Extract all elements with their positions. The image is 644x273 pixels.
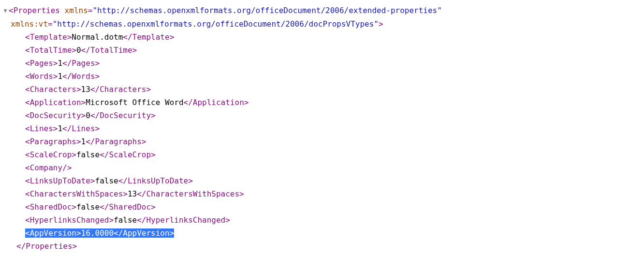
xml-element[interactable]: <AppVersion>16.0000</AppVersion> [2,227,644,240]
xml-children: <Template>Normal.dotm</Template><TotalTi… [2,30,644,240]
xml-element[interactable]: <Words>1</Words> [2,70,644,83]
tag-open: <CharactersWithSpaces> [25,189,128,198]
tag-close: </SharedDoc> [100,202,156,212]
xml-element[interactable]: <HyperlinksChanged>false</HyperlinksChan… [2,213,644,227]
tag-open: <ScaleCrop> [25,150,76,159]
tag-open: <SharedDoc> [25,202,76,212]
xml-element[interactable]: <ScaleCrop>false</ScaleCrop> [2,148,644,161]
xml-element[interactable]: <LinksUpToDate>false</LinksUpToDate> [2,174,644,187]
tag-open: <Words> [25,72,58,81]
tag-close: </HyperlinksChanged> [137,215,230,225]
tag-name: Properties [14,6,60,15]
xml-root-open[interactable]: ▼<Properties xmlns="http://schemas.openx… [2,4,644,17]
tag-close: </DocSecurity> [90,111,156,120]
tag-close: </Properties> [16,242,77,251]
tag-close: </Pages> [62,59,100,68]
tag-text: false [114,215,137,225]
attr-value: "http://schemas.openxmlformats.org/offic… [53,19,379,29]
attr-name: xmlns:vt [11,19,48,29]
tag-text: 1 [58,72,62,81]
tag-open: <Template> [25,32,72,42]
tag-close: </LinksUpToDate> [118,176,193,185]
xml-element[interactable]: <CharactersWithSpaces>13</CharactersWith… [2,187,644,200]
xml-element[interactable]: <Template>Normal.dotm</Template> [2,30,644,44]
xml-element[interactable]: <Lines>1</Lines> [2,122,644,135]
tag-close: </Paragraphs> [86,137,146,146]
tag-text: false [76,150,100,159]
tag-open-bracket: < [9,6,14,15]
tag-open: <Company/> [25,163,72,172]
tag-open: <Lines> [25,124,58,133]
tag-open: <AppVersion> [25,228,81,238]
tag-close: </Application> [184,98,249,107]
tag-open: <HyperlinksChanged> [25,215,114,225]
xml-element[interactable]: <Characters>13</Characters> [2,83,644,96]
tag-open: <Characters> [25,85,81,94]
xml-element[interactable]: <TotalTime>0</TotalTime> [2,44,644,57]
xml-tree: ▼<Properties xmlns="http://schemas.openx… [2,4,644,253]
tag-open: <Paragraphs> [25,137,81,146]
tag-close: </Lines> [62,124,100,133]
tag-close: </ScaleCrop> [100,150,156,159]
tag-open: <Pages> [25,59,58,68]
tag-text: 1 [81,137,86,146]
xml-element[interactable]: <Paragraphs>1</Paragraphs> [2,135,644,148]
tag-open: <Application> [25,98,86,107]
tag-text: 0 [76,46,81,55]
attr-eq: = [88,6,93,15]
tag-text: false [76,202,100,212]
xml-element[interactable]: <SharedDoc>false</SharedDoc> [2,200,644,213]
xml-element[interactable]: <Application>Microsoft Office Word</Appl… [2,96,644,109]
tag-close: </Words> [62,72,100,81]
attr-name: xmlns [65,6,88,15]
tag-close: </Template> [123,32,174,42]
tag-text: 1 [58,124,62,133]
tag-text: Microsoft Office Word [86,98,183,107]
tag-text: false [95,176,118,185]
tag-open: <DocSecurity> [25,111,86,120]
attr-value: "http://schemas.openxmlformats.org/offic… [92,6,441,15]
xml-element[interactable]: <Company/> [2,161,644,174]
xml-element[interactable]: <DocSecurity>0</DocSecurity> [2,109,644,122]
tag-text: 13 [81,85,90,94]
collapse-arrow-icon[interactable]: ▼ [2,4,9,17]
tag-close: </Characters> [90,85,151,94]
xml-root-close[interactable]: </Properties> [2,240,644,253]
tag-text: 0 [86,111,90,120]
tag-close: </CharactersWithSpaces> [137,189,244,198]
tag-text: 1 [58,59,62,68]
tag-open: <TotalTime> [25,46,76,55]
tag-close: </TotalTime> [81,46,137,55]
tag-text: 13 [128,189,137,198]
tag-text: Normal.dotm [72,32,123,42]
attr-eq: = [48,19,53,29]
tag-text: 16.0000 [81,228,114,238]
tag-close: </AppVersion> [114,228,174,238]
tag-open: <LinksUpToDate> [25,176,95,185]
xml-element[interactable]: <Pages>1</Pages> [2,57,644,70]
tag-close-bracket: > [379,19,383,29]
xml-root-open-cont[interactable]: xmlns:vt="http://schemas.openxmlformats.… [2,17,644,30]
